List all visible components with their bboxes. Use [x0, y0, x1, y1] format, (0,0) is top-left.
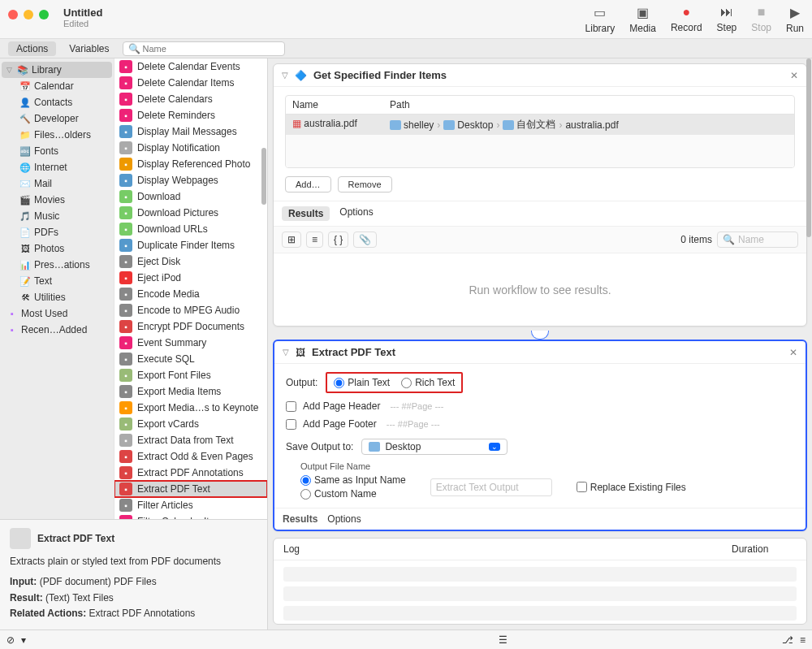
action-item[interactable]: ▪Download [114, 188, 267, 205]
close-icon[interactable]: ✕ [790, 70, 798, 81]
view-icons-button[interactable]: ⊞ [282, 231, 301, 248]
page-footer-input[interactable]: --- ##Page --- [383, 418, 627, 431]
scrollbar-thumb[interactable] [261, 148, 266, 205]
toolbar-media[interactable]: ▣Media [629, 5, 656, 34]
tab-options[interactable]: Options [339, 206, 373, 221]
disclosure-icon[interactable]: ▽ [6, 66, 12, 74]
custom-name-input[interactable]: Extract Text Output [430, 478, 552, 496]
action-item[interactable]: ▪Extract PDF Annotations [114, 465, 267, 481]
action-item[interactable]: ▪Eject iPod [114, 270, 267, 286]
sidebar-recently-added[interactable]: ▪Recen…Added [2, 322, 112, 338]
checkbox-replace-existing[interactable]: Replace Existing Files [577, 482, 686, 493]
sidebar-item[interactable]: 📊Pres…ations [2, 257, 112, 273]
action-item[interactable]: ▪Download URLs [114, 221, 267, 237]
action-item[interactable]: ▪Extract Data from Text [114, 432, 267, 448]
sidebar-item[interactable]: 🎵Music [2, 208, 112, 224]
action-icon: ▪ [119, 190, 132, 203]
action-item[interactable]: ▪Display Webpages [114, 172, 267, 188]
chevron-down-icon[interactable]: ▽ [283, 348, 289, 357]
action-item[interactable]: ▪Event Summary [114, 335, 267, 351]
minimize-window[interactable] [24, 10, 33, 19]
sidebar-item[interactable]: 🛠Utilities [2, 289, 112, 305]
log-icon[interactable]: ≡ [800, 634, 806, 646]
view-code-button[interactable]: { } [328, 231, 348, 248]
sidebar-item[interactable]: 🔨Developer [2, 110, 112, 127]
action-icon: ▪ [119, 499, 132, 512]
sidebar-item[interactable]: 📄PDFs [2, 224, 112, 240]
action-item[interactable]: ▪Extract Odd & Even Pages [114, 448, 267, 465]
toolbar-stop[interactable]: ■Stop [751, 5, 771, 34]
action-item[interactable]: ▪Filter Articles [114, 497, 267, 513]
tab-variables[interactable]: Variables [61, 41, 117, 56]
sidebar-item[interactable]: 👤Contacts [2, 94, 112, 110]
action-item[interactable]: ▪Display Referenced Photo [114, 156, 267, 172]
action-item[interactable]: ▪Delete Calendar Items [114, 75, 267, 91]
search-field[interactable]: 🔍 [123, 41, 285, 56]
zoom-window[interactable] [39, 10, 49, 19]
checkbox-page-header[interactable] [286, 401, 296, 412]
sidebar-item[interactable]: 🌐Internet [2, 159, 112, 175]
sidebar-item[interactable]: 🎬Movies [2, 192, 112, 208]
toolbar-step[interactable]: ⏭Step [717, 5, 737, 34]
action-item[interactable]: ▪Export Media…s to Keynote [114, 400, 267, 416]
action-item[interactable]: ▪Eject Disk [114, 253, 267, 270]
action-item[interactable]: ▪Display Mail Messages [114, 123, 267, 140]
action-item[interactable]: ▪Download Pictures [114, 205, 267, 221]
stop-icon[interactable]: ⊘ [6, 634, 15, 646]
folder-icon: ▪ [6, 308, 18, 319]
action-item[interactable]: ▪Delete Calendars [114, 91, 267, 107]
tab-results[interactable]: Results [282, 206, 330, 221]
radio-plain-text[interactable]: Plain Text [334, 377, 390, 388]
view-attach-button[interactable]: 📎 [353, 231, 377, 248]
sidebar-item[interactable]: 🔤Fonts [2, 143, 112, 159]
flow-icon[interactable]: ⎇ [782, 634, 793, 646]
sidebar-item[interactable]: 📝Text [2, 273, 112, 289]
remove-button[interactable]: Remove [338, 176, 392, 193]
action-icon: ▪ [119, 304, 132, 317]
tab-options[interactable]: Options [327, 513, 361, 525]
toolbar-record[interactable]: ●Record [671, 5, 702, 34]
action-item[interactable]: ▪Export Font Files [114, 367, 267, 383]
action-item[interactable]: ▪Filter Calendar Items [114, 513, 267, 519]
sidebar-item[interactable]: ✉️Mail [2, 175, 112, 192]
search-input[interactable] [143, 44, 279, 54]
sidebar-item[interactable]: 📅Calendar [2, 78, 112, 94]
action-item[interactable]: ▪Display Notification [114, 140, 267, 156]
category-icon: 🌐 [19, 162, 31, 173]
action-item[interactable]: ▪Export Media Items [114, 383, 267, 400]
action-icon: ▪ [119, 271, 132, 284]
tab-actions[interactable]: Actions [8, 41, 56, 56]
toolbar-run[interactable]: ▶Run [786, 5, 804, 34]
checkbox-page-footer[interactable] [286, 419, 296, 430]
chevron-down-icon[interactable]: ▽ [282, 71, 288, 80]
list-icon[interactable]: ☰ [499, 634, 508, 646]
save-destination-select[interactable]: Desktop⌄ [361, 439, 508, 455]
radio-rich-text[interactable]: Rich Text [401, 377, 455, 388]
toggle-icon[interactable]: ▾ [21, 634, 26, 646]
close-icon[interactable]: ✕ [789, 347, 797, 358]
page-header-input[interactable]: --- ##Page --- [387, 400, 630, 413]
action-item[interactable]: ▪Encode Media [114, 286, 267, 302]
sidebar-most-used[interactable]: ▪Most Used [2, 305, 112, 322]
sidebar-item[interactable]: 📁Files…olders [2, 127, 112, 143]
action-item[interactable]: ▪Extract PDF Text [114, 481, 267, 497]
action-item[interactable]: ▪Delete Calendar Events [114, 58, 267, 75]
tab-results[interactable]: Results [283, 513, 317, 525]
add-button[interactable]: Add… [285, 176, 331, 193]
radio-same-name[interactable]: Same as Input Name [300, 474, 406, 486]
action-item[interactable]: ▪Encrypt PDF Documents [114, 318, 267, 335]
action-item[interactable]: ▪Duplicate Finder Items [114, 237, 267, 253]
action-item[interactable]: ▪Execute SQL [114, 351, 267, 367]
radio-custom-name[interactable]: Custom Name [300, 488, 406, 500]
action-item[interactable]: ▪Delete Reminders [114, 107, 267, 123]
action-item[interactable]: ▪Export vCards [114, 416, 267, 432]
scrollbar-thumb[interactable] [806, 58, 811, 237]
log-pane: LogDuration [273, 538, 807, 625]
view-list-button[interactable]: ≡ [306, 231, 323, 248]
action-item[interactable]: ▪Encode to MPEG Audio [114, 302, 267, 318]
close-window[interactable] [8, 10, 18, 19]
sidebar-item[interactable]: 🖼Photos [2, 240, 112, 257]
table-row[interactable]: ▦ australia.pdf shelley›Desktop›自创文档›aus… [286, 115, 794, 135]
toolbar-library[interactable]: ▭Library [585, 5, 615, 34]
sidebar-library-root[interactable]: ▽ 📚 Library [2, 62, 112, 78]
